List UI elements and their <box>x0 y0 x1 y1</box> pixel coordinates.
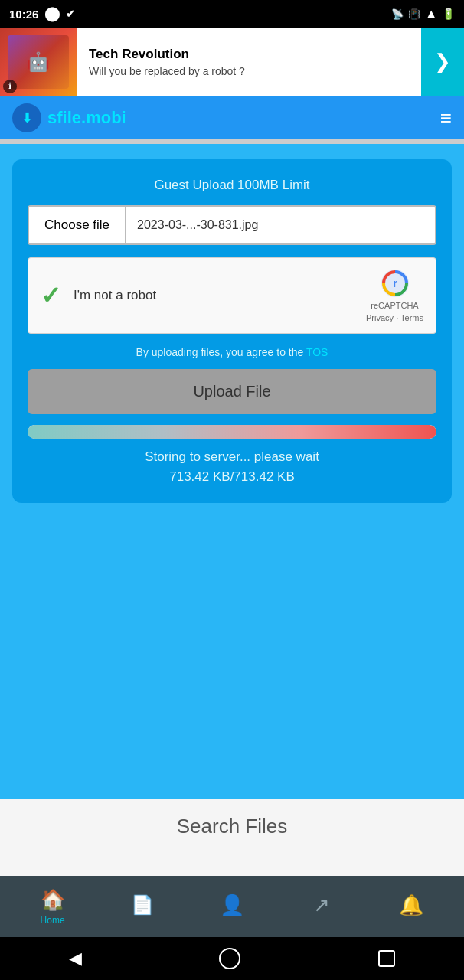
main-content: Guest Upload 100MB Limit Choose file 202… <box>0 144 464 799</box>
nav-logo: ⬇ sfile.mobi <box>12 103 126 132</box>
recaptcha-label: I'm not a robot <box>74 288 156 303</box>
home-label: Home <box>41 915 65 926</box>
upload-card: Guest Upload 100MB Limit Choose file 202… <box>12 159 452 503</box>
system-nav: ◀ <box>0 937 464 980</box>
tos-text: By uploading files, you agree to the TOS <box>28 346 436 358</box>
nav-item-profile[interactable]: 👤 <box>209 893 255 920</box>
ad-subtitle: Will you be replaced by a robot ? <box>89 65 409 77</box>
progress-bar-fill <box>28 425 436 439</box>
time-display: 10:26 <box>9 8 38 21</box>
status-bar-right: 📡 📳 ▲ 🔋 <box>391 7 455 21</box>
ad-image-inner: 🤖 <box>8 35 69 89</box>
file-chooser: Choose file 2023-03-...-30-831.jpg <box>28 205 436 245</box>
file-search-icon: 📄 <box>131 894 154 916</box>
upload-limit-text: Guest Upload 100MB Limit <box>28 178 436 193</box>
check-icon: ✔ <box>66 8 75 20</box>
ad-text: Tech Revolution Will you be replaced by … <box>77 38 421 87</box>
wifi-icon: ▲ <box>425 7 437 21</box>
bottom-nav: 🏠 Home 📄 👤 ↗ 🔔 <box>0 876 464 937</box>
recaptcha-links: Privacy · Terms <box>366 313 423 322</box>
vibrate-icon: 📳 <box>408 8 420 20</box>
progress-bar-container <box>28 425 436 439</box>
upload-status-text: Storing to server... please wait <box>28 449 436 465</box>
ad-title: Tech Revolution <box>89 47 409 62</box>
menu-icon[interactable]: ≡ <box>440 106 452 130</box>
recaptcha-right: r reCAPTCHA Privacy · Terms <box>366 269 423 322</box>
upload-progress-text: 713.42 KB/713.42 KB <box>28 469 436 485</box>
recaptcha-box[interactable]: ✓ I'm not a robot r reCAPTCHA Privacy · … <box>28 257 436 334</box>
back-button[interactable]: ◀ <box>69 949 82 969</box>
nav-item-search[interactable]: 📄 <box>119 894 165 919</box>
logo-text-part1: sfile <box>47 108 81 127</box>
circle-icon: ⬤ <box>44 5 60 22</box>
nav-item-home[interactable]: 🏠 Home <box>30 888 76 926</box>
upload-button[interactable]: Upload File <box>28 369 436 414</box>
nav-header: ⬇ sfile.mobi ≡ <box>0 96 464 139</box>
ad-info-badge: ℹ <box>3 80 17 93</box>
tos-prefix: By uploading files, you agree to the <box>136 346 304 358</box>
logo-text: sfile.mobi <box>47 108 126 128</box>
ad-banner[interactable]: 🤖 ℹ Tech Revolution Will you be replaced… <box>0 28 464 96</box>
nav-item-notifications[interactable]: 🔔 <box>388 893 434 920</box>
bell-icon: 🔔 <box>399 893 423 917</box>
choose-file-button[interactable]: Choose file <box>29 207 126 243</box>
recaptcha-left: ✓ I'm not a robot <box>41 281 156 310</box>
tos-link[interactable]: TOS <box>306 346 328 358</box>
recaptcha-logo: r <box>381 269 410 298</box>
svg-text:r: r <box>393 277 397 289</box>
status-bar: 10:26 ⬤ ✔ 📡 📳 ▲ 🔋 <box>0 0 464 28</box>
nav-item-share[interactable]: ↗ <box>299 893 345 920</box>
recaptcha-text: reCAPTCHA <box>371 301 418 310</box>
logo-text-part2: mobi <box>86 108 126 127</box>
file-name-display: 2023-03-...-30-831.jpg <box>126 218 435 232</box>
home-icon: 🏠 <box>41 888 65 912</box>
home-button[interactable] <box>219 948 240 969</box>
search-section: Search Files <box>0 799 464 876</box>
ad-image: 🤖 ℹ <box>0 28 77 96</box>
profile-icon: 👤 <box>220 893 244 917</box>
cast-icon: 📡 <box>391 8 404 20</box>
share-icon: ↗ <box>313 893 330 917</box>
search-section-title: Search Files <box>177 815 288 838</box>
logo-icon: ⬇ <box>12 103 41 132</box>
battery-icon: 🔋 <box>442 8 455 20</box>
recaptcha-checkmark: ✓ <box>41 281 61 310</box>
status-bar-left: 10:26 ⬤ ✔ <box>9 5 75 22</box>
recents-button[interactable] <box>378 950 395 967</box>
ad-arrow[interactable]: ❯ <box>421 28 464 96</box>
